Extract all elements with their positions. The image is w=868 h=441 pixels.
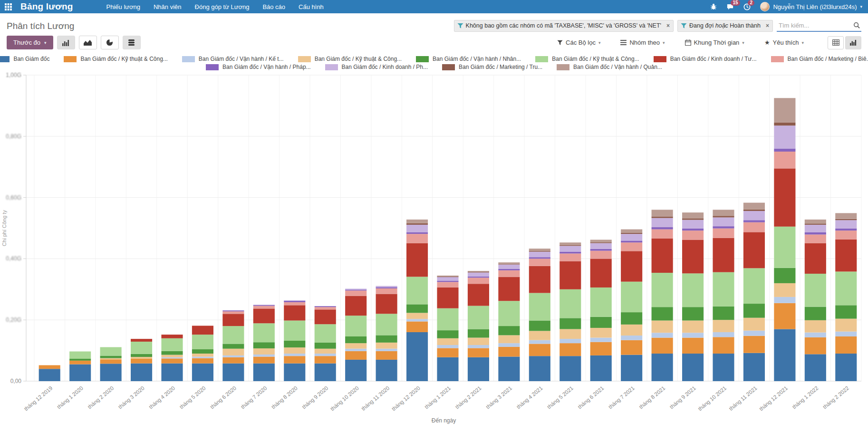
bar-segment[interactable] bbox=[682, 240, 704, 273]
bar-segment[interactable] bbox=[284, 341, 305, 347]
bar-segment[interactable] bbox=[774, 297, 795, 303]
bar-segment[interactable] bbox=[498, 269, 520, 270]
bar-segment[interactable] bbox=[498, 262, 520, 264]
bar-segment[interactable] bbox=[498, 265, 520, 269]
chart-type-line-button[interactable] bbox=[79, 36, 97, 49]
bar-segment[interactable] bbox=[468, 338, 489, 345]
bar-segment[interactable] bbox=[437, 345, 458, 348]
nav-item-employees[interactable]: Nhân viên bbox=[154, 3, 182, 10]
app-brand[interactable]: Bảng lương bbox=[20, 1, 73, 12]
bar-segment[interactable] bbox=[559, 261, 581, 289]
bar-segment[interactable] bbox=[406, 234, 428, 243]
bar-segment[interactable] bbox=[713, 210, 734, 216]
bar-segment[interactable] bbox=[652, 217, 673, 218]
bar-segment[interactable] bbox=[805, 232, 826, 235]
bar-segment[interactable] bbox=[682, 354, 704, 381]
bar-segment[interactable] bbox=[161, 335, 183, 338]
bar-segment[interactable] bbox=[406, 220, 428, 223]
bar-segment[interactable] bbox=[498, 277, 520, 301]
messages-icon[interactable]: 15 bbox=[726, 3, 734, 10]
bar-segment[interactable] bbox=[805, 235, 826, 243]
bar-segment[interactable] bbox=[652, 218, 673, 227]
bar-segment[interactable] bbox=[437, 330, 458, 338]
legend-item[interactable]: Ban Giám đốc / Kinh doanh / Ph... bbox=[325, 64, 428, 70]
bar-segment[interactable] bbox=[621, 240, 642, 242]
user-menu[interactable]: Nguyễn Thị Liên (i2l3lurxd24s) ▾ bbox=[760, 2, 862, 11]
bar-segment[interactable] bbox=[498, 270, 520, 277]
bar-segment[interactable] bbox=[652, 227, 673, 230]
bar-segment[interactable] bbox=[345, 316, 366, 336]
bar-segment[interactable] bbox=[376, 335, 397, 342]
bar-segment[interactable] bbox=[652, 333, 673, 337]
bar-segment[interactable] bbox=[774, 227, 795, 268]
bar-segment[interactable] bbox=[437, 288, 458, 308]
bar-segment[interactable] bbox=[345, 360, 366, 381]
bar-segment[interactable] bbox=[835, 305, 857, 318]
bar-segment[interactable] bbox=[376, 286, 397, 288]
bar-segment[interactable] bbox=[253, 348, 275, 355]
nav-item-reports[interactable]: Báo cáo bbox=[262, 3, 285, 10]
bar-segment[interactable] bbox=[774, 149, 795, 152]
bar-segment[interactable] bbox=[345, 296, 366, 316]
bar-segment[interactable] bbox=[621, 233, 642, 234]
bar-segment[interactable] bbox=[621, 325, 642, 336]
bar-segment[interactable] bbox=[131, 354, 152, 357]
bar-segment[interactable] bbox=[39, 365, 60, 369]
bar-segment[interactable] bbox=[774, 98, 795, 123]
timerange-menu-button[interactable]: Khung Thời gian▾ bbox=[682, 38, 747, 47]
bar-segment[interactable] bbox=[805, 223, 826, 225]
nav-item-contributions[interactable]: Đóng góp từ Lương bbox=[195, 3, 250, 10]
bar-segment[interactable] bbox=[743, 203, 765, 210]
bar-segment[interactable] bbox=[682, 220, 704, 229]
bar-segment[interactable] bbox=[161, 338, 183, 351]
bar-segment[interactable] bbox=[805, 220, 826, 223]
bar-segment[interactable] bbox=[621, 355, 642, 381]
bar-segment[interactable] bbox=[682, 333, 704, 337]
bar-segment[interactable] bbox=[652, 354, 673, 381]
bar-segment[interactable] bbox=[222, 310, 244, 311]
bar-segment[interactable] bbox=[406, 243, 428, 277]
bar-segment[interactable] bbox=[498, 356, 520, 381]
bar-segment[interactable] bbox=[100, 364, 122, 381]
bar-segment[interactable] bbox=[713, 354, 734, 381]
chart-type-pie-button[interactable] bbox=[101, 36, 119, 49]
bar-segment[interactable] bbox=[437, 277, 458, 281]
bar-segment[interactable] bbox=[284, 301, 305, 302]
bar-segment[interactable] bbox=[682, 338, 704, 354]
bar-segment[interactable] bbox=[222, 311, 244, 314]
bar-segment[interactable] bbox=[406, 304, 428, 313]
bar-segment[interactable] bbox=[253, 355, 275, 357]
bar-segment[interactable] bbox=[192, 326, 213, 335]
bar-segment[interactable] bbox=[743, 336, 765, 353]
bar-segment[interactable] bbox=[406, 319, 428, 321]
bar-segment[interactable] bbox=[39, 369, 60, 381]
bar-segment[interactable] bbox=[468, 345, 489, 348]
bar-segment[interactable] bbox=[743, 222, 765, 232]
bar-segment[interactable] bbox=[253, 308, 275, 323]
bar-segment[interactable] bbox=[652, 273, 673, 307]
bar-segment[interactable] bbox=[835, 220, 857, 228]
search-facet-state[interactable]: Đang đợi hoặc Hoàn thành × bbox=[677, 20, 773, 32]
nav-item-settings[interactable]: Cấu hình bbox=[299, 3, 324, 10]
search-icon[interactable] bbox=[853, 22, 860, 29]
bar-segment[interactable] bbox=[222, 355, 244, 357]
facet-remove-icon[interactable]: × bbox=[762, 22, 772, 29]
bar-segment[interactable] bbox=[713, 337, 734, 354]
bar-segment[interactable] bbox=[406, 277, 428, 304]
bar-segment[interactable] bbox=[559, 246, 581, 251]
bar-segment[interactable] bbox=[559, 253, 581, 261]
bar-segment[interactable] bbox=[805, 333, 826, 337]
legend-item[interactable]: Ban Giám đốc / Kỹ thuật & Công... bbox=[298, 56, 402, 62]
bar-segment[interactable] bbox=[253, 342, 275, 348]
bar-segment[interactable] bbox=[774, 283, 795, 297]
bar-segment[interactable] bbox=[835, 230, 857, 240]
bar-segment[interactable] bbox=[805, 225, 826, 232]
bar-segment[interactable] bbox=[835, 240, 857, 272]
apps-menu-icon[interactable] bbox=[5, 3, 12, 10]
bar-segment[interactable] bbox=[284, 347, 305, 354]
bar-segment[interactable] bbox=[621, 234, 642, 240]
legend-item[interactable]: Ban Giám đốc / Kỹ thuật & Công... bbox=[64, 56, 167, 62]
bar-segment[interactable] bbox=[376, 360, 397, 381]
bar-segment[interactable] bbox=[835, 229, 857, 231]
bar-segment[interactable] bbox=[529, 331, 550, 340]
